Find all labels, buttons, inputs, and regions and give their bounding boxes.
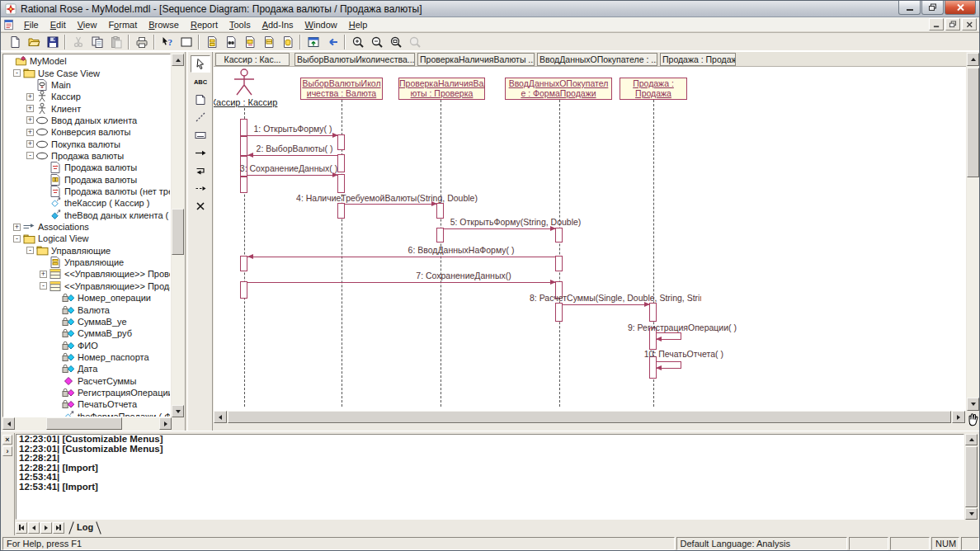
actor-label[interactable]: Кассир : Кассир <box>214 97 286 107</box>
tree-item-label[interactable]: theВвод даных клиента ( Вво <box>64 210 171 220</box>
lifeline-header-tab[interactable]: ВводДанныхОПокупателе : ... <box>537 53 657 66</box>
tree-item[interactable]: +Кассир <box>3 91 171 102</box>
menu-edit[interactable]: Edit <box>45 19 72 31</box>
message-label[interactable]: 8: РасчетСуммы(Single, Double, String, S… <box>530 293 701 303</box>
tree-item-label[interactable]: Номер_паспорта <box>78 352 149 362</box>
message-label[interactable]: 7: СохранениеДанных() <box>356 271 572 280</box>
tree-item-label[interactable]: СуммаВ_руб <box>78 328 132 338</box>
activation-bar[interactable] <box>555 228 563 243</box>
zoom-out-button[interactable] <box>367 33 386 51</box>
message-10[interactable] <box>656 365 662 370</box>
tree-item[interactable]: Номер_паспорта <box>3 351 171 363</box>
expand-icon[interactable]: + <box>26 105 34 112</box>
lifeline-header-tab[interactable]: Кассир : Кас... <box>215 53 290 66</box>
menu-tools[interactable]: Tools <box>224 19 257 31</box>
message-5[interactable] <box>444 228 556 229</box>
scroll-up-button[interactable] <box>967 53 979 66</box>
tree-item-label[interactable]: РасчетСуммы <box>78 376 136 386</box>
object-box[interactable]: ПроверкаНаличияВалюты : Проверка <box>398 78 485 100</box>
return-message-tool-button[interactable] <box>191 180 210 197</box>
next-tab-button[interactable] <box>40 522 52 534</box>
scroll-thumb[interactable] <box>967 68 979 177</box>
tree-item[interactable]: theВвод даных клиента ( Вво <box>3 210 171 221</box>
tree-item-label[interactable]: Валюта <box>78 305 110 315</box>
collapse-icon[interactable]: - <box>13 69 21 77</box>
object-box[interactable]: Продажа :Продажа <box>620 78 687 100</box>
open-model-button[interactable] <box>24 33 43 51</box>
actor-figure[interactable] <box>230 68 258 100</box>
object-box[interactable]: ВводДанныхОПокупателе : ФормаПродажи <box>505 78 612 100</box>
message-label[interactable]: 9: РегистрацияОперации( ) <box>585 323 737 332</box>
new-model-button[interactable] <box>5 33 24 51</box>
prev-tab-button[interactable] <box>28 522 40 534</box>
sequence-diagram-canvas[interactable]: Кассир : КассирВыборВалютыИколичества : … <box>214 67 966 411</box>
activation-bar[interactable] <box>649 303 657 322</box>
tree-item-label[interactable]: Продажа валюты (нет требуе <box>64 186 171 196</box>
tree-item-label[interactable]: Associations <box>38 222 89 232</box>
menu-add-ins[interactable]: Add-Ins <box>257 19 299 31</box>
message-3[interactable] <box>247 175 338 176</box>
first-tab-button[interactable] <box>16 522 27 534</box>
tree-item-label[interactable]: Logical View <box>38 233 89 243</box>
cut-button[interactable] <box>68 33 87 51</box>
menu-browse[interactable]: Browse <box>143 19 185 31</box>
context-help-button[interactable]: ? <box>158 33 177 51</box>
title-bar[interactable]: Rational Rose - MyModel.mdl - [Sequence … <box>1 1 979 17</box>
scroll-thumb[interactable] <box>46 417 122 430</box>
activation-bar[interactable] <box>337 174 345 193</box>
mdi-restore-button[interactable] <box>945 18 960 31</box>
tree-item-label[interactable]: theКассир ( Кассир ) <box>64 198 149 208</box>
mdi-minimize-button[interactable] <box>929 18 944 31</box>
save-button[interactable] <box>43 33 62 51</box>
tree-item[interactable]: РасчетСуммы <box>3 374 171 386</box>
scroll-down-button[interactable] <box>965 508 978 520</box>
tree-item-label[interactable]: СуммаВ_уе <box>78 317 127 327</box>
close-button[interactable] <box>945 1 976 15</box>
scroll-right-button[interactable] <box>952 411 965 423</box>
browse-state-diagram-button[interactable] <box>278 33 297 51</box>
log-tab[interactable]: Log <box>68 521 101 534</box>
tree-item[interactable]: theКассир ( Кассир ) <box>3 197 171 209</box>
tree-item-label[interactable]: Продажа валюты <box>64 162 137 172</box>
message-label[interactable]: 3: СохранениеДанных( ) <box>238 163 339 173</box>
scroll-up-button[interactable] <box>172 54 184 66</box>
tree-item[interactable]: +Associations <box>3 221 171 233</box>
menu-help[interactable]: Help <box>343 19 374 31</box>
message-1[interactable] <box>247 135 338 136</box>
model-browser-tree[interactable]: MyModel-Use Case ViewMain+Кассир+Клиент+… <box>2 54 171 417</box>
menu-format[interactable]: Format <box>102 19 143 31</box>
tree-item-label[interactable]: <<Управляющие>> Проверка <box>64 269 171 279</box>
tree-item[interactable]: +Ввод даных клиента <box>3 115 171 126</box>
diagram-vertical-scrollbar[interactable] <box>967 53 980 411</box>
expand-icon[interactable]: + <box>26 93 34 101</box>
tree-item-label[interactable]: Номер_операции <box>78 293 151 303</box>
scroll-down-button[interactable] <box>172 405 184 417</box>
tree-item[interactable]: СуммаВ_руб <box>3 327 171 339</box>
tree-item[interactable]: СуммаВ_уе <box>3 316 171 327</box>
tree-item[interactable]: Продажа валюты (нет требуе <box>3 186 171 197</box>
tree-item-label[interactable]: Ввод даных клиента <box>51 115 137 125</box>
tree-item-label[interactable]: Продажа валюты <box>64 175 137 185</box>
collapse-icon[interactable]: - <box>13 235 21 243</box>
activation-bar[interactable] <box>436 228 444 243</box>
tree-item-label[interactable]: ПечатьОтчета <box>78 399 137 409</box>
lifeline-header-tab[interactable]: Продажа : Продажа <box>660 53 736 66</box>
tree-item[interactable]: +Конверсия валюты <box>3 126 171 138</box>
message-label[interactable]: 1: ОткрытьФорму( ) <box>247 124 339 134</box>
object-box[interactable]: ВыборВалютыИколичества : Валюта <box>300 78 383 100</box>
tree-item-label[interactable]: Дата <box>78 364 97 374</box>
browse-component-diagram-button[interactable] <box>259 33 278 51</box>
tree-item-label[interactable]: Клиент <box>51 104 81 114</box>
message-label[interactable]: 4: НаличиеТребуемойВалюты(String, Double… <box>296 193 478 203</box>
scroll-thumb[interactable] <box>228 411 951 423</box>
menu-report[interactable]: Report <box>185 19 224 31</box>
tree-item[interactable]: +Покупка валюты <box>3 138 171 149</box>
diagram-horizontal-scrollbar[interactable] <box>214 411 966 424</box>
message-label[interactable]: 10: ПечатьОтчета( ) <box>596 349 723 359</box>
tree-horizontal-scrollbar[interactable] <box>2 417 172 431</box>
tree-item[interactable]: -Управляющие <box>3 245 171 257</box>
activation-bar[interactable] <box>240 281 247 299</box>
tree-item[interactable]: -Продажа валюты <box>3 150 171 162</box>
scroll-left-button[interactable] <box>214 411 227 423</box>
tree-item[interactable]: Дата <box>3 363 171 374</box>
